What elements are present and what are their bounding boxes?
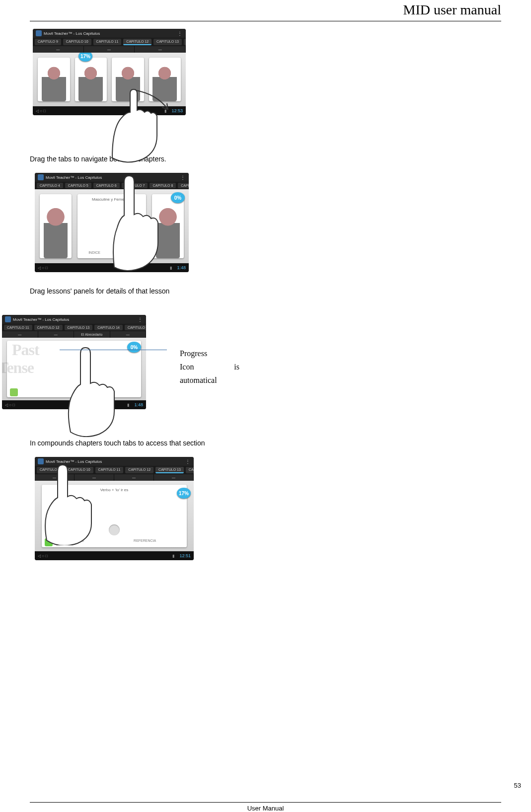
overflow-menu-icon[interactable]: ⋮ [185,459,191,464]
tab-chapter[interactable]: CAPITULO 12 [34,325,63,330]
header-rule [30,21,501,21]
section-tab[interactable]: El Abecedario [74,331,110,338]
callout-line: automatical [180,373,239,387]
app-logo-icon [5,316,11,322]
section-tab[interactable]: — [38,331,75,338]
lesson-card[interactable] [40,194,72,258]
callout-line: Icon [180,360,194,373]
callout-line: is [234,360,239,373]
doc-header-title: MID user manual [403,2,501,18]
lesson-card[interactable] [149,58,181,101]
lesson-card[interactable] [38,58,70,101]
tab-chapter[interactable]: CAPITULO 13 [155,467,184,473]
caption-3: In compounds chapters touch tabs to acce… [30,439,501,447]
clock: 1:48 [177,265,186,270]
panel-button-indice[interactable]: INDICE [88,251,100,254]
app-title: Movil Teacher™ - Los Capítulos [13,317,69,322]
tab-chapter[interactable]: CAPITULO 6 [93,183,120,188]
section-tab[interactable]: — [135,46,186,53]
tab-chapter[interactable]: CAPITULO 13 [153,39,182,45]
progress-badge: 0% [171,192,185,203]
section-tab[interactable]: — [114,474,154,481]
tab-chapter[interactable]: CAPITULO 11 [4,325,32,330]
app-logo-icon [38,174,44,180]
tab-chapter[interactable]: CAPITULO 10 [65,467,93,473]
chapter-tabs[interactable]: CAPITULO 9 CAPITULO 10 CAPITULO 11 CAPIT… [35,466,194,474]
panel-title: Masculine y Femenino [81,197,142,202]
tab-chapter[interactable]: CAPITULO 9 [35,39,61,45]
section-tab[interactable]: — [33,46,84,53]
figure-4: Movil Teacher™ - Los Capítulos ⋮ CAPITUL… [35,457,501,560]
tab-chapter[interactable]: CAPITULO 15 [125,325,146,330]
lesson-detail-panel[interactable]: Verbo + 'lo' ir es INDICE REFERENCIA [42,485,187,547]
panel-button-referencia[interactable]: REFERENCIA [113,251,135,254]
footer-rule [30,802,501,803]
battery-icon: ▮ [172,554,174,558]
bookmark-icon[interactable] [10,388,18,396]
figure-2: Movil Teacher™ - Los Capítulos ⋮ CAPITUL… [35,173,501,272]
tab-chapter[interactable]: CAPITULO 7 [122,183,148,188]
section-tab[interactable]: — [75,474,114,481]
clock: 12:53 [171,108,183,113]
footer-label: User Manual [30,805,501,812]
tab-chapter[interactable]: CAPITULO 12 [123,39,152,45]
panel-button-referencia[interactable]: REFERENCIA [134,539,156,542]
lesson-card[interactable] [112,58,144,101]
app-title: Movil Teacher™ - Los Capítulos [46,459,102,464]
android-nav-icons[interactable]: ◁ ○ □ [5,403,15,407]
caption-1: Drag the tabs to navigate between chapte… [30,155,501,163]
android-nav-icons[interactable]: ◁ ○ □ [38,554,48,558]
progress-badge: 0% [127,342,141,353]
overflow-menu-icon[interactable]: ⋮ [180,175,186,180]
clock: 12:51 [179,553,191,558]
tab-chapter[interactable]: CAPITULO 4 [37,183,63,188]
progress-badge: 17% [177,488,191,499]
tab-chapter[interactable]: CAPITULO 13 [65,325,93,330]
section-tab[interactable]: — [110,331,147,338]
android-nav-icons[interactable]: ◁ ○ □ [36,109,46,113]
callout-line: Progress [180,347,239,360]
caption-2: Drag lessons' panels for details of that… [30,287,501,295]
tab-chapter[interactable]: CAPITULO 11 [95,467,124,473]
tab-chapter[interactable]: CAPITULO 10 [63,39,91,45]
tab-chapter[interactable]: CAPITULO 5 [65,183,91,188]
app-title: Movil Teacher™ - Los Capítulos [46,175,102,180]
tab-chapter[interactable]: CAPITULO 12 [125,467,153,473]
lesson-card[interactable] [152,194,184,258]
lesson-detail-panel[interactable]: Masculine y Femenino INDICE REFERENCIA [77,194,146,258]
callout-progress-icon: Progress Icon is automatical [180,347,239,387]
page-number: 53 [514,782,521,789]
overflow-menu-icon[interactable]: ⋮ [138,317,143,322]
app-logo-icon [38,458,44,464]
battery-icon: ▮ [127,403,129,407]
tab-chapter[interactable]: CAPITULO 9 [178,183,189,188]
battery-icon: ▮ [170,266,172,270]
chapter-tabs[interactable]: CAPITULO 4 CAPITULO 5 CAPITULO 6 CAPITUL… [35,182,189,189]
section-tab[interactable]: — [154,474,194,481]
chapter-tabs[interactable]: CAPITULO 9 CAPITULO 10 CAPITULO 11 CAPIT… [33,38,186,46]
figure-3: Movil Teacher™ - Los Capítulos ⋮ CAPITUL… [2,315,146,409]
figure-1: Movil Teacher™ - Los Capítulos ⋮ CAPITUL… [33,29,501,115]
panel-title: Verbo + 'lo' ir es [46,488,183,492]
bookmark-icon[interactable] [45,538,53,546]
panel-button-indice[interactable]: INDICE [73,539,84,542]
app-logo-icon [36,30,42,36]
lesson-card[interactable] [75,58,107,101]
tab-chapter[interactable]: CAPITULO 11 [93,39,122,45]
section-tab[interactable]: — [2,331,38,338]
section-tab[interactable]: — [35,474,75,481]
overflow-menu-icon[interactable]: ⋮ [177,31,183,36]
tab-chapter[interactable]: CAPITULO 9 [37,467,63,473]
tab-chapter[interactable]: CAPITULO 14 [186,467,194,473]
clock: 1:48 [134,402,143,407]
callout-leader-line [60,350,167,350]
chapter-tabs[interactable]: CAPITULO 11 CAPITULO 12 CAPITULO 13 CAPI… [2,324,146,331]
play-icon[interactable] [109,524,120,535]
tab-chapter[interactable]: CAPITULO 8 [150,183,176,188]
tab-chapter[interactable]: CAPITULO 14 [94,325,123,330]
tab-chapter[interactable]: CAPITULO 14 [184,39,186,45]
section-tab[interactable]: — [84,46,135,53]
android-nav-icons[interactable]: ◁ ○ □ [38,266,48,270]
battery-icon: ▮ [164,109,166,113]
app-title: Movil Teacher™ - Los Capítulos [44,31,100,36]
